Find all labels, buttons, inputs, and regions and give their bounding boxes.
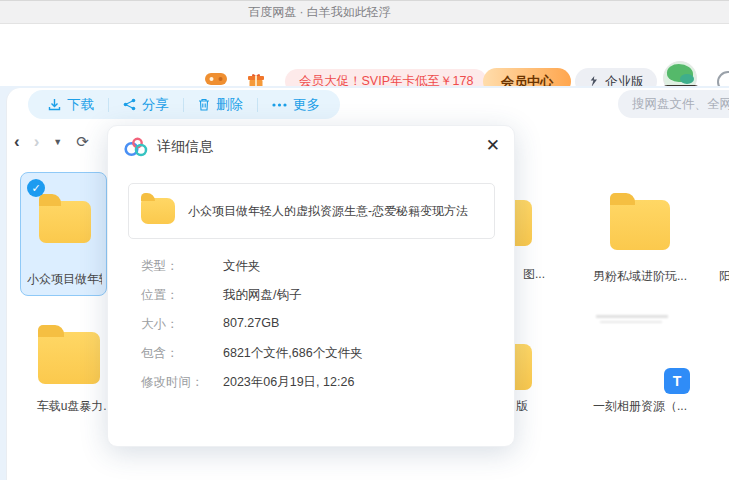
detail-label: 大小： — [141, 316, 179, 333]
detail-row-size: 大小： 807.27GB — [141, 316, 501, 334]
browser-tab-title: 百度网盘 · 白羊我如此轻浮 — [248, 4, 391, 21]
avatar-planet-shape2 — [680, 74, 694, 84]
download-button[interactable]: 下载 — [34, 90, 108, 119]
file-tile-label[interactable]: 阳 — [719, 268, 729, 285]
detail-row-modified: 修改时间： 2023年06月19日, 12:26 — [141, 374, 501, 392]
download-label: 下载 — [67, 96, 94, 114]
more-button[interactable]: 更多 — [258, 90, 334, 119]
detail-row-location: 位置： 我的网盘/钩子 — [141, 287, 501, 305]
detail-label: 包含： — [141, 345, 179, 362]
file-tile-label: 小众项目做年轻人的虚拟资源生意-恋爱秘籍变现方法 — [27, 271, 102, 288]
file-tile-label[interactable]: 版 — [516, 398, 546, 415]
file-details-modal: 详细信息 ✕ 小众项目做年轻人的虚拟资源生意-恋爱秘籍变现方法 类型： 文件夹 … — [107, 125, 515, 447]
detail-value: 2023年06月19日, 12:26 — [223, 374, 354, 391]
history-nav: ‹ › ▼ ⟳ — [14, 132, 89, 152]
file-tile-label[interactable]: 一刻相册资源（... — [578, 398, 702, 415]
refresh-button[interactable]: ⟳ — [76, 133, 89, 151]
search-input[interactable] — [618, 90, 729, 118]
back-button[interactable]: ‹ — [14, 132, 20, 152]
folder-icon[interactable] — [610, 200, 670, 250]
trash-icon — [198, 98, 210, 111]
baidu-netdisk-logo-icon — [124, 137, 148, 157]
faint-watermark — [596, 315, 668, 318]
folder-icon[interactable] — [38, 332, 100, 384]
modal-title: 详细信息 — [157, 138, 213, 156]
games-icon[interactable] — [205, 71, 227, 87]
txt-file-icon[interactable]: T — [664, 368, 690, 394]
detail-row-type: 类型： 文件夹 — [141, 258, 501, 276]
app-header: 会员大促！SVIP年卡低至￥178 会员中心 企业版 SVIP1 — [0, 25, 729, 86]
detail-value: 6821个文件,686个文件夹 — [223, 345, 363, 362]
baidu-netdisk-app: 百度网盘 · 白羊我如此轻浮 会员大促！SVIP年卡低至￥178 会员中心 企业… — [0, 0, 729, 480]
forward-button[interactable]: › — [34, 132, 40, 152]
delete-button[interactable]: 删除 — [184, 90, 257, 119]
ellipsis-icon — [272, 103, 287, 107]
more-label: 更多 — [293, 96, 320, 114]
detail-value: 807.27GB — [223, 316, 279, 330]
download-icon — [48, 98, 61, 111]
close-icon[interactable]: ✕ — [486, 135, 500, 156]
delete-label: 删除 — [216, 96, 243, 114]
file-tile-selected[interactable]: ✓ 小众项目做年轻人的虚拟资源生意-恋爱秘籍变现方法 — [20, 172, 107, 296]
file-name: 小众项目做年轻人的虚拟资源生意-恋爱秘籍变现方法 — [188, 203, 468, 220]
share-button[interactable]: 分享 — [109, 90, 183, 119]
modal-header: 详细信息 — [108, 126, 514, 168]
selected-check-icon: ✓ — [27, 179, 45, 197]
file-summary-box: 小众项目做年轻人的虚拟资源生意-恋爱秘籍变现方法 — [128, 183, 495, 239]
file-tile-label[interactable]: 男粉私域进阶玩... — [580, 268, 700, 285]
detail-label: 修改时间： — [141, 374, 204, 391]
detail-label: 类型： — [141, 258, 179, 275]
share-icon — [123, 98, 136, 111]
folder-icon — [141, 198, 175, 224]
detail-value: 文件夹 — [223, 258, 261, 275]
browser-tab-strip: 百度网盘 · 白羊我如此轻浮 — [0, 0, 729, 24]
folder-icon — [39, 201, 91, 243]
history-dropdown-caret[interactable]: ▼ — [53, 137, 62, 147]
detail-label: 位置： — [141, 287, 179, 304]
share-label: 分享 — [142, 96, 169, 114]
file-action-toolbar: 下载 分享 删除 更多 — [28, 90, 340, 119]
detail-row-contains: 包含： 6821个文件,686个文件夹 — [141, 345, 501, 363]
detail-value: 我的网盘/钩子 — [223, 287, 301, 304]
faint-watermark — [600, 321, 662, 323]
